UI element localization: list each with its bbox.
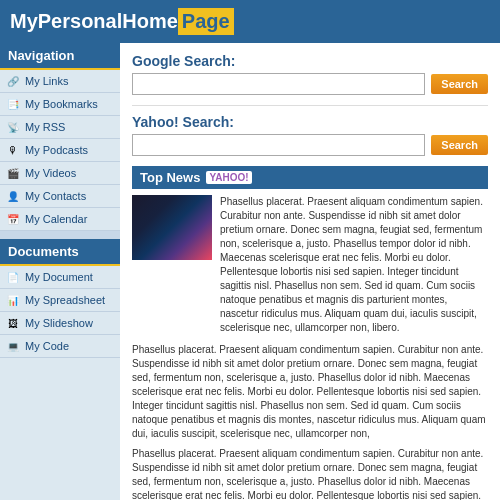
- main-content: Google Search: Search Yahoo! Search: Sea…: [120, 43, 500, 500]
- docs-item-label: My Document: [25, 271, 93, 283]
- docs-item-icon: 📊: [6, 293, 20, 307]
- google-search-block: Google Search: Search: [132, 53, 488, 95]
- yahoo-search-block: Yahoo! Search: Search: [132, 114, 488, 156]
- yahoo-search-button[interactable]: Search: [431, 135, 488, 155]
- nav-items-container: 🔗 My Links 📑 My Bookmarks 📡 My RSS 🎙 My …: [0, 70, 120, 231]
- header: MyPersonalHomePage: [0, 0, 500, 43]
- sidebar-item-docs[interactable]: 🖼 My Slideshow: [0, 312, 120, 335]
- yahoo-search-label: Yahoo! Search:: [132, 114, 488, 130]
- google-search-input[interactable]: [132, 73, 425, 95]
- top-news-label: Top News: [140, 170, 200, 185]
- nav-item-icon: 🔗: [6, 74, 20, 88]
- yahoo-search-row: Search: [132, 134, 488, 156]
- nav-item-icon: 📡: [6, 120, 20, 134]
- docs-item-label: My Slideshow: [25, 317, 93, 329]
- google-search-row: Search: [132, 73, 488, 95]
- news-image: [132, 195, 212, 260]
- nav-item-icon: 📅: [6, 212, 20, 226]
- layout: Navigation 🔗 My Links 📑 My Bookmarks 📡 M…: [0, 43, 500, 500]
- sidebar-item-nav[interactable]: 🔗 My Links: [0, 70, 120, 93]
- nav-item-label: My Videos: [25, 167, 76, 179]
- sidebar-item-nav[interactable]: 📡 My RSS: [0, 116, 120, 139]
- news-content: Phasellus placerat. Praesent aliquam con…: [132, 195, 488, 335]
- sidebar-item-nav[interactable]: 🎙 My Podcasts: [0, 139, 120, 162]
- nav-item-icon: 👤: [6, 189, 20, 203]
- sidebar: Navigation 🔗 My Links 📑 My Bookmarks 📡 M…: [0, 43, 120, 500]
- sidebar-item-docs[interactable]: 📄 My Document: [0, 266, 120, 289]
- docs-item-label: My Code: [25, 340, 69, 352]
- google-search-button[interactable]: Search: [431, 74, 488, 94]
- docs-item-icon: 🖼: [6, 316, 20, 330]
- nav-item-label: My Links: [25, 75, 68, 87]
- nav-item-icon: 📑: [6, 97, 20, 111]
- nav-item-icon: 🎙: [6, 143, 20, 157]
- docs-item-label: My Spreadsheet: [25, 294, 105, 306]
- nav-item-label: My Bookmarks: [25, 98, 98, 110]
- google-search-label: Google Search:: [132, 53, 488, 69]
- news-image-inner: [132, 195, 212, 260]
- docs-item-icon: 💻: [6, 339, 20, 353]
- nav-item-label: My RSS: [25, 121, 65, 133]
- sidebar-item-nav[interactable]: 📅 My Calendar: [0, 208, 120, 231]
- docs-items-container: 📄 My Document 📊 My Spreadsheet 🖼 My Slid…: [0, 266, 120, 358]
- news-text-first: Phasellus placerat. Praesent aliquam con…: [220, 195, 488, 335]
- header-title-main: MyPersonalHome: [10, 10, 178, 33]
- top-news-source: YAHOO!: [206, 171, 251, 184]
- yahoo-search-input[interactable]: [132, 134, 425, 156]
- news-para2: Phasellus placerat. Praesent aliquam con…: [132, 343, 488, 441]
- nav-item-label: My Contacts: [25, 190, 86, 202]
- docs-item-icon: 📄: [6, 270, 20, 284]
- nav-item-label: My Calendar: [25, 213, 87, 225]
- header-title-highlight: Page: [178, 8, 234, 35]
- divider-1: [132, 105, 488, 106]
- sidebar-item-nav[interactable]: 👤 My Contacts: [0, 185, 120, 208]
- nav-section-header: Navigation: [0, 43, 120, 70]
- sidebar-item-nav[interactable]: 📑 My Bookmarks: [0, 93, 120, 116]
- sidebar-item-nav[interactable]: 🎬 My Videos: [0, 162, 120, 185]
- news-para3: Phasellus placerat. Praesent aliquam con…: [132, 447, 488, 500]
- sidebar-item-docs[interactable]: 📊 My Spreadsheet: [0, 289, 120, 312]
- docs-section-header: Documents: [0, 239, 120, 266]
- sidebar-gap: [0, 231, 120, 239]
- top-news-header: Top News YAHOO!: [132, 166, 488, 189]
- nav-item-icon: 🎬: [6, 166, 20, 180]
- nav-item-label: My Podcasts: [25, 144, 88, 156]
- sidebar-item-docs[interactable]: 💻 My Code: [0, 335, 120, 358]
